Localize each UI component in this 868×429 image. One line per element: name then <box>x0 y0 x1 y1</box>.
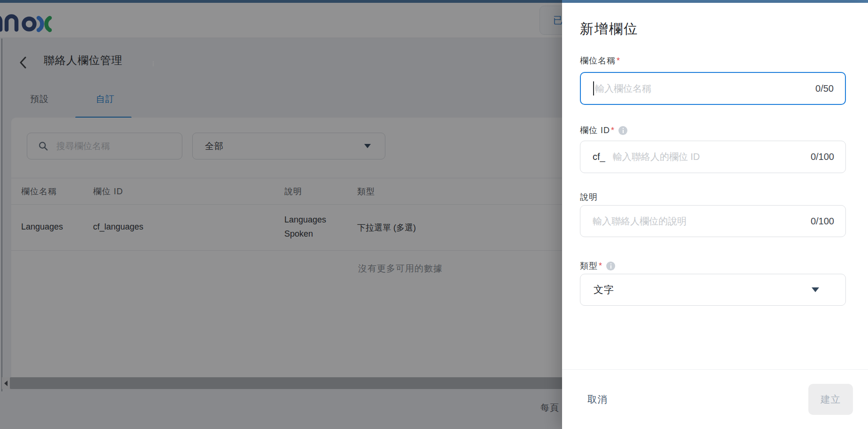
cancel-button[interactable]: 取消 <box>587 393 608 406</box>
field-id-info-icon[interactable] <box>618 126 627 135</box>
field-description-input-wrapper[interactable]: 0/100 <box>580 205 846 237</box>
modal-mask[interactable] <box>0 0 562 429</box>
field-description-input[interactable] <box>593 216 805 227</box>
field-id-input[interactable] <box>613 151 805 162</box>
field-description-counter: 0/100 <box>811 216 834 227</box>
field-type-info-icon[interactable] <box>606 262 615 270</box>
text-cursor <box>593 81 594 95</box>
field-type-value: 文字 <box>594 283 614 296</box>
field-id-prefix: cf_ <box>593 151 605 162</box>
app-root: 已 聯絡人欄位管理 預設 自訂 <box>0 0 868 429</box>
field-type-label: 類型* <box>580 260 615 271</box>
required-asterisk: * <box>611 126 615 135</box>
field-id-label: 欄位 ID* <box>580 125 627 136</box>
drawer-footer: 取消 建立 <box>562 369 868 429</box>
drawer-title: 新增欄位 <box>580 20 638 39</box>
create-button[interactable]: 建立 <box>808 384 853 415</box>
required-asterisk: * <box>599 261 602 271</box>
field-id-counter: 0/100 <box>811 151 834 162</box>
field-name-counter: 0/50 <box>815 83 834 94</box>
chevron-down-icon <box>812 287 819 292</box>
field-name-input[interactable] <box>595 83 810 94</box>
required-asterisk: * <box>617 56 620 66</box>
field-id-input-wrapper[interactable]: cf_ 0/100 <box>580 141 846 173</box>
field-name-label: 欄位名稱* <box>580 55 620 66</box>
field-name-input-wrapper[interactable]: 0/50 <box>580 72 846 105</box>
field-type-select[interactable]: 文字 <box>580 274 846 306</box>
add-field-drawer: 新增欄位 欄位名稱* 0/50 欄位 ID* cf_ 0/100 說明 0/10… <box>562 3 868 429</box>
field-description-label: 說明 <box>580 191 598 203</box>
